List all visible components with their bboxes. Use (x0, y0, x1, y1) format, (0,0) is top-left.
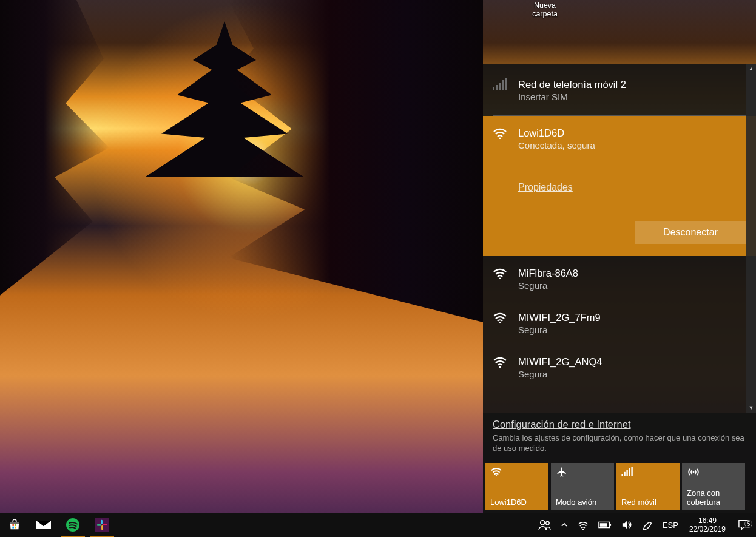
svg-rect-13 (629, 468, 630, 476)
wifi-icon (493, 127, 510, 152)
svg-rect-20 (15, 527, 16, 529)
tile-airplane[interactable]: Modo avión (551, 463, 614, 510)
svg-rect-17 (12, 524, 14, 526)
wifi-icon (493, 267, 510, 292)
hotspot-icon (687, 467, 740, 480)
svg-rect-3 (502, 80, 504, 90)
network-item-cellular[interactable]: Red de telefonía móvil 2 Insertar SIM (483, 64, 756, 115)
scrollbar[interactable]: ▲ ▼ (746, 64, 756, 413)
language-label: ESP (663, 521, 678, 530)
svg-point-15 (693, 471, 695, 473)
taskbar-store[interactable] (0, 513, 29, 537)
svg-rect-24 (97, 524, 101, 526)
svg-rect-16 (10, 522, 19, 524)
tray-pen-icon[interactable] (637, 513, 658, 537)
disconnect-button[interactable]: Desconectar (635, 221, 746, 244)
network-list: Red de telefonía móvil 2 Insertar SIM Lo… (483, 64, 756, 413)
svg-point-28 (546, 522, 549, 525)
desktop-folder[interactable]: Nueva carpeta (521, 0, 569, 18)
svg-rect-10 (621, 474, 623, 476)
taskbar-mail[interactable] (29, 513, 58, 537)
wallpaper-tree-left (0, 0, 109, 296)
svg-point-7 (499, 322, 501, 324)
tray-language[interactable]: ESP (658, 513, 683, 537)
network-item[interactable]: MiFibra-86A8 Segura (483, 256, 756, 300)
notification-count-badge: 5 (744, 520, 752, 528)
taskbar: ESP 16:49 22/02/2019 5 (0, 513, 756, 537)
tile-label: Zona con cobertura (687, 488, 740, 507)
tray-battery-icon[interactable] (593, 513, 616, 537)
network-settings-link[interactable]: Configuración de red e Internet (493, 419, 630, 430)
scroll-down-icon[interactable]: ▼ (746, 403, 756, 413)
network-name: MIWIFI_2G_ANQ4 (518, 356, 746, 368)
svg-rect-0 (493, 87, 494, 90)
cellular-signal-icon (493, 78, 510, 103)
network-flyout: Red de telefonía móvil 2 Insertar SIM Lo… (483, 64, 756, 513)
svg-point-8 (499, 366, 501, 368)
svg-rect-19 (12, 527, 14, 529)
svg-rect-26 (103, 524, 107, 525)
taskbar-spotify[interactable] (58, 513, 87, 537)
network-name: MiFibra-86A8 (518, 267, 746, 279)
quick-action-tiles: Lowi1D6D Modo avión Red móvil Zona con c… (483, 461, 756, 513)
svg-rect-12 (626, 470, 627, 476)
clock-date: 22/02/2019 (689, 525, 726, 533)
tray-people[interactable] (533, 513, 556, 537)
tile-wifi[interactable]: Lowi1D6D (485, 463, 548, 510)
network-item[interactable]: MIWIFI_2G_7Fm9 Segura (483, 300, 756, 345)
clock-time: 16:49 (689, 516, 726, 525)
cellular-name: Red de telefonía móvil 2 (518, 78, 746, 90)
wifi-icon (490, 467, 544, 480)
network-settings-desc: Cambia los ajustes de configuración, com… (493, 433, 746, 453)
svg-rect-4 (505, 78, 507, 90)
tile-label: Modo avión (556, 498, 609, 507)
cellular-signal-icon (621, 467, 675, 480)
airplane-icon (556, 467, 609, 480)
svg-point-6 (499, 278, 501, 280)
svg-rect-25 (101, 525, 103, 530)
network-security: Segura (518, 280, 746, 292)
svg-rect-2 (499, 83, 501, 90)
svg-point-29 (582, 529, 584, 530)
tray-wifi-icon[interactable] (573, 513, 593, 537)
svg-point-5 (499, 138, 501, 140)
taskbar-slack[interactable] (87, 513, 116, 537)
svg-point-9 (496, 475, 498, 476)
wifi-icon (493, 356, 510, 380)
svg-rect-23 (101, 520, 103, 524)
connected-name: Lowi1D6D (518, 127, 746, 139)
desktop-folder-label: Nueva carpeta (521, 1, 569, 18)
tray-action-center[interactable]: 5 (732, 519, 756, 530)
scroll-up-icon[interactable]: ▲ (746, 64, 756, 73)
svg-rect-11 (624, 472, 625, 476)
network-item[interactable]: MIWIFI_2G_ANQ4 Segura (483, 345, 756, 389)
connected-status: Conectada, segura (518, 140, 746, 152)
tile-label: Red móvil (621, 498, 675, 507)
network-name: MIWIFI_2G_7Fm9 (518, 311, 746, 323)
network-security: Segura (518, 324, 746, 336)
network-item-connected[interactable]: Lowi1D6D Conectada, segura Propiedades D… (483, 116, 756, 256)
tile-cellular[interactable]: Red móvil (616, 463, 680, 510)
svg-rect-18 (15, 524, 16, 526)
wifi-icon (493, 311, 510, 336)
tray-show-hidden-icons[interactable] (556, 513, 573, 537)
cellular-sub: Insertar SIM (518, 91, 746, 103)
tray-clock[interactable]: 16:49 22/02/2019 (683, 516, 732, 533)
tray-volume-icon[interactable] (616, 513, 637, 537)
svg-point-27 (541, 521, 545, 525)
network-settings-block: Configuración de red e Internet Cambia l… (483, 413, 756, 461)
tile-hotspot[interactable]: Zona con cobertura (682, 463, 745, 510)
network-security: Segura (518, 368, 746, 380)
svg-rect-32 (600, 523, 607, 527)
svg-rect-31 (610, 524, 611, 526)
properties-link[interactable]: Propiedades (518, 182, 746, 193)
svg-rect-14 (631, 467, 632, 476)
svg-rect-1 (496, 85, 498, 90)
wallpaper-tree-right (228, 0, 483, 322)
tile-label: Lowi1D6D (490, 498, 544, 507)
